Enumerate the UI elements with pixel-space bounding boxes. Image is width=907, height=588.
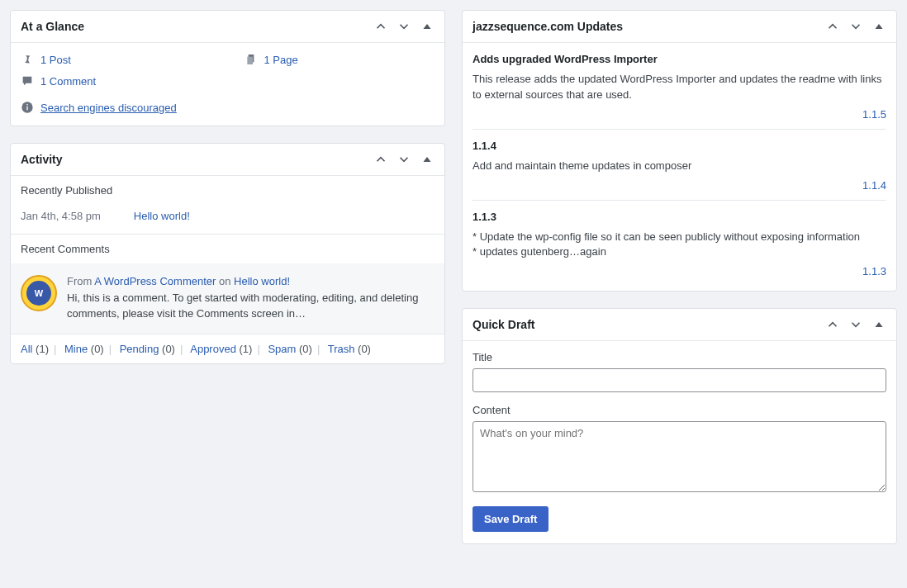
panel-quick-draft: Quick Draft Title Content Save Draft: [462, 308, 897, 544]
recent-comments-heading: Recent Comments: [11, 235, 444, 263]
seo-warning: Search engines discouraged: [21, 101, 435, 114]
comment-filters: All (1)| Mine (0)| Pending (0)| Approved…: [11, 334, 444, 363]
filter-all-count: (1): [36, 343, 49, 355]
triangle-up-icon[interactable]: [871, 19, 886, 34]
seo-link[interactable]: Search engines discouraged: [40, 102, 177, 114]
update-body: This release adds the updated WordPress …: [472, 72, 886, 103]
glance-posts: 1 Post: [21, 53, 211, 66]
chevron-down-icon[interactable]: [848, 19, 863, 34]
panel-controls: [825, 19, 886, 34]
filter-trash-count: (0): [358, 343, 371, 355]
update-body: * Update the wp-config file so it can be…: [472, 230, 886, 261]
filter-pending-count: (0): [162, 343, 175, 355]
recently-published-heading: Recently Published: [11, 176, 444, 205]
activity-title: Activity: [21, 153, 63, 166]
panel-updates: jazzsequence.com Updates Adds upgraded W…: [462, 10, 897, 292]
at-a-glance-title: At a Glance: [21, 20, 84, 33]
update-version-link[interactable]: 1.1.5: [862, 108, 886, 121]
comment-author-link[interactable]: A WordPress Commenter: [94, 275, 216, 287]
pin-icon: [21, 53, 34, 66]
triangle-up-icon[interactable]: [420, 19, 435, 34]
comment-meta: From A WordPress Commenter on Hello worl…: [67, 275, 435, 287]
chevron-up-icon[interactable]: [373, 19, 388, 34]
comment-post-link[interactable]: Hello world!: [234, 275, 290, 287]
update-heading: 1.1.4: [472, 140, 886, 152]
panel-at-a-glance: At a Glance 1 Post: [10, 10, 445, 126]
panel-controls: [825, 317, 886, 332]
on-label: on: [219, 275, 230, 287]
filter-approved[interactable]: Approved: [190, 343, 236, 355]
activity-post-link[interactable]: Hello world!: [134, 210, 190, 222]
filter-trash[interactable]: Trash: [328, 343, 355, 355]
avatar-letter: W: [26, 281, 51, 306]
draft-content-label: Content: [472, 404, 886, 416]
update-heading: 1.1.3: [472, 211, 886, 223]
filter-all[interactable]: All: [21, 343, 32, 355]
panel-controls: [373, 152, 435, 167]
comments-link[interactable]: 1 Comment: [40, 75, 96, 88]
chevron-up-icon[interactable]: [825, 317, 840, 332]
update-heading: Adds upgraded WordPress Importer: [472, 53, 886, 65]
glance-pages: 1 Page: [245, 53, 435, 66]
svg-marker-6: [876, 322, 883, 327]
quick-draft-title: Quick Draft: [472, 318, 534, 331]
update-version-link[interactable]: 1.1.4: [862, 179, 886, 192]
filter-spam-count: (0): [299, 343, 312, 355]
filter-mine-count: (0): [91, 343, 104, 355]
draft-content-textarea[interactable]: [472, 421, 886, 492]
save-draft-button[interactable]: Save Draft: [472, 506, 548, 532]
triangle-up-icon[interactable]: [420, 152, 435, 167]
comment-body: Hi, this is a comment. To get started wi…: [67, 291, 435, 322]
updates-title: jazzsequence.com Updates: [472, 20, 623, 33]
chevron-down-icon[interactable]: [397, 152, 411, 167]
filter-mine[interactable]: Mine: [64, 343, 88, 355]
activity-date: Jan 4th, 4:58 pm: [21, 210, 101, 222]
filter-approved-count: (1): [240, 343, 253, 355]
panel-activity: Activity Recently Published Jan 4th, 4:5…: [10, 143, 445, 364]
glance-comments: 1 Comment: [21, 74, 211, 88]
update-body: Add and maintain theme updates in compos…: [472, 159, 886, 174]
panel-controls: [373, 19, 435, 34]
chevron-down-icon[interactable]: [848, 317, 863, 332]
from-label: From: [67, 275, 92, 287]
avatar: W: [21, 275, 57, 311]
update-item: Adds upgraded WordPress Importer This re…: [472, 43, 886, 130]
triangle-up-icon[interactable]: [871, 317, 886, 332]
chevron-down-icon[interactable]: [397, 19, 411, 34]
draft-title-label: Title: [472, 351, 886, 363]
info-icon: [21, 101, 34, 114]
comment-item: W From A WordPress Commenter on Hello wo…: [11, 263, 444, 334]
svg-marker-0: [424, 24, 431, 29]
update-item: 1.1.4 Add and maintain theme updates in …: [472, 130, 886, 201]
posts-link[interactable]: 1 Post: [40, 54, 71, 66]
update-version-link[interactable]: 1.1.3: [862, 265, 886, 277]
pages-icon: [245, 53, 258, 66]
draft-title-input[interactable]: [472, 368, 886, 392]
svg-rect-3: [26, 104, 27, 105]
pages-link[interactable]: 1 Page: [264, 54, 298, 66]
chevron-up-icon[interactable]: [825, 19, 840, 34]
svg-marker-4: [424, 157, 431, 162]
chevron-up-icon[interactable]: [373, 152, 388, 167]
svg-marker-5: [876, 24, 883, 29]
update-item: 1.1.3 * Update the wp-config file so it …: [472, 201, 886, 287]
svg-rect-2: [26, 107, 27, 111]
comment-icon: [21, 74, 34, 88]
filter-spam[interactable]: Spam: [268, 343, 296, 355]
filter-pending[interactable]: Pending: [120, 343, 159, 355]
activity-row: Jan 4th, 4:58 pm Hello world!: [21, 210, 435, 222]
